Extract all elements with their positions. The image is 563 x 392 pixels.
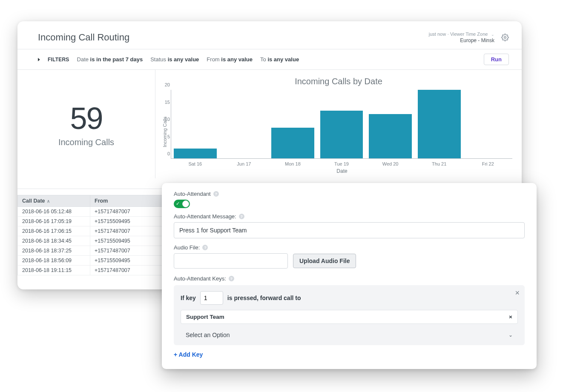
- chart-title: Incoming Calls by Date: [161, 77, 516, 86]
- bar: [271, 128, 314, 159]
- sort-asc-icon: ∧: [47, 199, 50, 203]
- y-tick: 0: [167, 151, 170, 156]
- upload-audio-button[interactable]: Upload Audio File: [293, 254, 356, 268]
- attendant-key-block: × If key is pressed, forward call to Sup…: [174, 285, 525, 345]
- attendant-message-input[interactable]: [174, 222, 525, 238]
- metric-label: Incoming Calls: [58, 137, 114, 147]
- key-sentence-pre: If key: [181, 295, 196, 301]
- y-tick: 10: [165, 117, 170, 122]
- x-tick: Thu 21: [415, 159, 464, 166]
- help-icon[interactable]: ?: [239, 214, 244, 219]
- destination-select[interactable]: Select an Option ⌄: [181, 328, 518, 339]
- help-icon[interactable]: ?: [202, 245, 208, 250]
- bar: [320, 111, 363, 159]
- column-header-call-date[interactable]: Call Date∧: [18, 195, 90, 207]
- updated-label: just now: [429, 31, 446, 37]
- tz-value[interactable]: Europe - Minsk: [429, 37, 494, 44]
- bar: [418, 90, 461, 159]
- attendant-message-label: Auto-Attendant Message:?: [174, 213, 244, 220]
- remove-destination-icon[interactable]: ×: [509, 314, 512, 320]
- check-icon: ✓: [176, 201, 180, 206]
- filter-chip[interactable]: To is any value: [260, 56, 299, 63]
- page-title: Incoming Call Routing: [38, 32, 129, 43]
- y-tick: 20: [165, 82, 170, 87]
- filter-chip[interactable]: Status is any value: [150, 56, 199, 63]
- run-button[interactable]: Run: [484, 54, 509, 65]
- filter-chip[interactable]: From is any value: [207, 56, 253, 63]
- caret-right-icon[interactable]: [38, 58, 40, 61]
- filters-bar: FILTERS Date is in the past 7 days Statu…: [17, 49, 522, 70]
- audio-file-label: Audio File:?: [174, 244, 208, 251]
- metric-value: 59: [70, 101, 102, 136]
- help-icon[interactable]: ?: [229, 276, 234, 281]
- destination-chip[interactable]: Support Team ×: [181, 310, 518, 324]
- x-tick: Sat 16: [171, 159, 220, 166]
- filter-chip[interactable]: Date is in the past 7 days: [77, 56, 143, 63]
- x-tick: Fri 22: [463, 159, 512, 166]
- chevron-down-icon: ⌄: [508, 332, 513, 338]
- filters-label[interactable]: FILTERS: [48, 57, 69, 63]
- y-tick: 15: [165, 100, 170, 105]
- help-icon[interactable]: ?: [213, 191, 219, 197]
- x-tick: Jun 17: [220, 159, 269, 166]
- x-tick: Tue 19: [317, 159, 366, 166]
- chevron-down-icon[interactable]: ⌄: [491, 32, 494, 37]
- close-icon[interactable]: ×: [515, 289, 520, 298]
- bar: [174, 149, 217, 159]
- y-tick: 5: [167, 134, 170, 139]
- x-tick: Mon 18: [268, 159, 317, 166]
- chart-x-axis-label: Date: [168, 168, 516, 174]
- tz-label: Viewer Time Zone: [450, 31, 488, 37]
- attendant-toggle[interactable]: ✓: [174, 200, 190, 208]
- attendant-toggle-label: Auto-Attendant?: [174, 191, 219, 197]
- svg-point-0: [504, 36, 506, 38]
- attendant-keys-label: Auto-Attendant Keys:?: [174, 275, 234, 282]
- attendant-panel: Auto-Attendant? ✓ Auto-Attendant Message…: [162, 183, 537, 369]
- bar-chart: 05101520: [171, 90, 516, 159]
- audio-file-input[interactable]: [174, 253, 288, 269]
- add-key-button[interactable]: + Add Key: [174, 351, 203, 358]
- key-sentence-post: is pressed, forward call to: [227, 295, 301, 301]
- metric-tile: 59 Incoming Calls: [17, 70, 155, 178]
- bar: [369, 114, 412, 159]
- key-number-input[interactable]: [200, 291, 223, 305]
- gear-icon[interactable]: [501, 34, 509, 41]
- x-tick: Wed 20: [366, 159, 415, 166]
